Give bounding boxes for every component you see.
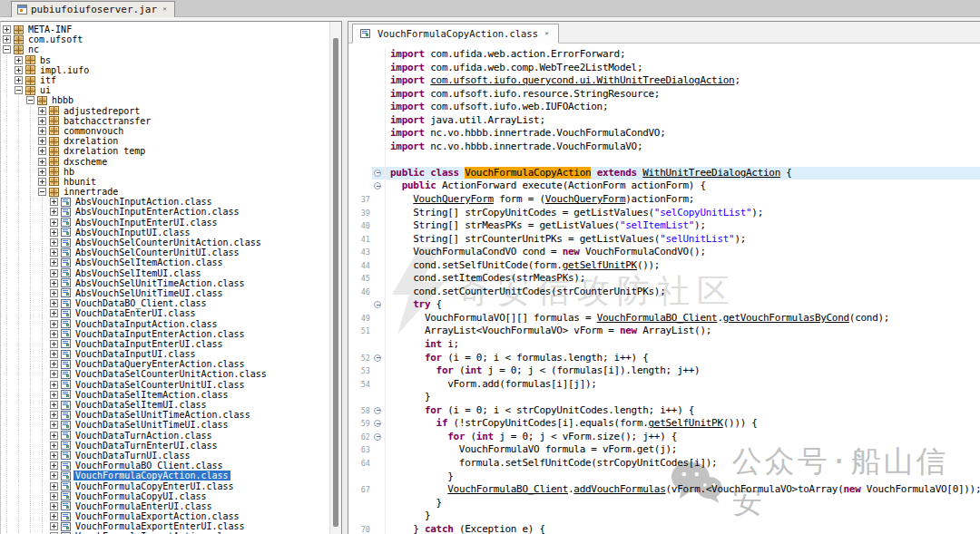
tree-item[interactable]: VouchDataTurnUI.class — [3, 451, 329, 461]
tree-item[interactable]: nc — [3, 44, 329, 54]
expand-icon[interactable] — [38, 147, 46, 155]
expand-icon[interactable] — [50, 461, 58, 470]
expand-icon[interactable] — [50, 350, 58, 358]
expand-icon[interactable] — [50, 330, 58, 338]
tree-item[interactable]: VouchFormulaCopyUI.class — [3, 491, 329, 501]
tree-item[interactable]: impl.iufo — [3, 65, 329, 75]
tree-item[interactable]: AbsVouchSelItemAction.class — [3, 257, 329, 267]
expand-icon[interactable] — [50, 502, 58, 510]
expand-icon[interactable] — [15, 66, 23, 74]
expand-icon[interactable] — [50, 522, 58, 530]
tree-item[interactable]: VouchFormulaExportEnterUI.class — [3, 521, 329, 531]
expand-icon[interactable] — [50, 320, 58, 328]
expand-icon[interactable] — [38, 117, 46, 125]
tree-item[interactable]: hbunit — [3, 177, 329, 187]
expand-icon[interactable] — [50, 432, 58, 440]
fold-collapse-icon[interactable] — [374, 301, 381, 308]
tree-item[interactable]: VouchDataSelCounterUnitUI.class — [3, 380, 329, 390]
tree-item[interactable]: itf — [3, 75, 329, 85]
tree-item[interactable]: hb — [3, 167, 329, 177]
tree-item[interactable]: AbsVouchInputUI.class — [3, 228, 329, 238]
tree-item[interactable]: VouchDataSelItemAction.class — [3, 390, 329, 400]
expand-icon[interactable] — [50, 289, 58, 297]
tree-item[interactable]: bs — [3, 55, 329, 65]
tree-item[interactable]: AbsVouchSelUnitTimeAction.class — [3, 278, 329, 288]
expand-icon[interactable] — [50, 208, 58, 216]
tree-item[interactable]: AbsVouchSelUnitTimeUI.class — [3, 288, 329, 298]
expand-icon[interactable] — [50, 451, 58, 460]
tree-scrollbar[interactable] — [329, 22, 341, 534]
tree-item[interactable]: VouchFormulaEnterUI.class — [3, 501, 329, 511]
fold-collapse-icon[interactable] — [374, 354, 381, 362]
tree-item[interactable]: VouchDataInputEnterAction.class — [3, 329, 329, 339]
expand-icon[interactable] — [15, 76, 23, 84]
fold-collapse-icon[interactable] — [374, 170, 381, 177]
tree-item[interactable]: META-INF — [3, 24, 329, 34]
expand-icon[interactable] — [50, 218, 58, 227]
tree-item[interactable]: innertrade — [3, 187, 329, 197]
expand-icon[interactable] — [38, 158, 46, 166]
close-icon[interactable]: ✕ — [543, 30, 551, 38]
collapse-icon[interactable] — [38, 188, 46, 196]
tree-item-selected[interactable]: VouchFormulaCopyAction.class — [3, 471, 329, 481]
tree-item[interactable]: VouchDataSelUnitTimeUI.class — [3, 420, 329, 430]
collapse-icon[interactable] — [3, 45, 11, 53]
expand-icon[interactable] — [50, 299, 58, 307]
fold-collapse-icon[interactable] — [374, 420, 381, 427]
expand-icon[interactable] — [50, 471, 58, 480]
fold-collapse-icon[interactable] — [374, 433, 381, 441]
collapse-icon[interactable] — [26, 96, 34, 104]
expand-icon[interactable] — [50, 381, 58, 389]
tree-item[interactable]: dxscheme — [3, 156, 329, 166]
expand-icon[interactable] — [50, 279, 58, 287]
fold-collapse-icon[interactable] — [374, 407, 381, 414]
expand-icon[interactable] — [15, 56, 23, 64]
expand-icon[interactable] — [50, 512, 58, 520]
expand-icon[interactable] — [50, 340, 58, 348]
tree-item[interactable]: VouchDataBO_Client.class — [3, 298, 329, 308]
tab-jar-file[interactable]: pubiufoiufoserver.jar ✕ — [11, 1, 175, 17]
expand-icon[interactable] — [50, 421, 58, 429]
expand-icon[interactable] — [3, 25, 11, 34]
tree-item[interactable]: VouchDataEnterUI.class — [3, 308, 329, 318]
tree-item[interactable]: AbsVouchSelItemUI.class — [3, 268, 329, 278]
tree-item[interactable]: AbsVouchInputEnterAction.class — [3, 207, 329, 217]
tree-item[interactable]: VouchFormulaExportAction.class — [3, 511, 329, 521]
tree-item[interactable]: AbsVouchInputAction.class — [3, 197, 329, 207]
expand-icon[interactable] — [50, 482, 58, 490]
expand-icon[interactable] — [50, 492, 58, 500]
tree-item[interactable]: VouchDataInputEnterUI.class — [3, 339, 329, 349]
tree-item[interactable]: AbsVouchInputEnterUI.class — [3, 218, 329, 228]
tree-item[interactable]: AbsVouchSelCounterUnitAction.class — [3, 238, 329, 248]
code-editor[interactable]: 奇安信攻防社区 公众号·船山信安 import com.ufida.web.ac… — [348, 44, 980, 534]
tree-item[interactable]: commonvouch — [3, 126, 329, 136]
collapse-icon[interactable] — [15, 86, 23, 94]
tree-item[interactable]: VouchDataSelItemUI.class — [3, 400, 329, 410]
tree-item[interactable]: VouchDataSelUnitTimeAction.class — [3, 410, 329, 420]
tree-item[interactable]: batchacctransfer — [3, 116, 329, 126]
expand-icon[interactable] — [50, 228, 58, 237]
expand-icon[interactable] — [38, 107, 46, 115]
tree-item[interactable]: VouchFormulaCopyEnterUI.class — [3, 481, 329, 490]
expand-icon[interactable] — [3, 35, 11, 44]
tree-item[interactable]: hbbb — [3, 95, 329, 105]
expand-icon[interactable] — [50, 442, 58, 450]
expand-icon[interactable] — [50, 248, 58, 257]
expand-icon[interactable] — [38, 137, 46, 145]
tree-item[interactable]: VouchFormulaBO_Client.class — [3, 461, 329, 471]
tree-item[interactable]: VouchDataSelCounterUnitAction.class — [3, 369, 329, 379]
expand-icon[interactable] — [38, 168, 46, 176]
expand-icon[interactable] — [50, 238, 58, 247]
tree-scrollbar-thumb[interactable] — [333, 38, 338, 527]
tree-item[interactable]: com.ufsoft — [3, 34, 329, 44]
expand-icon[interactable] — [50, 309, 58, 317]
expand-icon[interactable] — [50, 269, 58, 277]
tree-item[interactable]: VouchDataInputUI.class — [3, 349, 329, 359]
expand-icon[interactable] — [50, 198, 58, 206]
expand-icon[interactable] — [38, 178, 46, 186]
expand-icon[interactable] — [38, 127, 46, 135]
tree-item[interactable]: AbsVouchSelCounterUnitUI.class — [3, 248, 329, 257]
close-icon[interactable]: ✕ — [161, 5, 169, 14]
tree-item[interactable]: VouchDataQueryEnterAction.class — [3, 359, 329, 369]
expand-icon[interactable] — [50, 411, 58, 419]
